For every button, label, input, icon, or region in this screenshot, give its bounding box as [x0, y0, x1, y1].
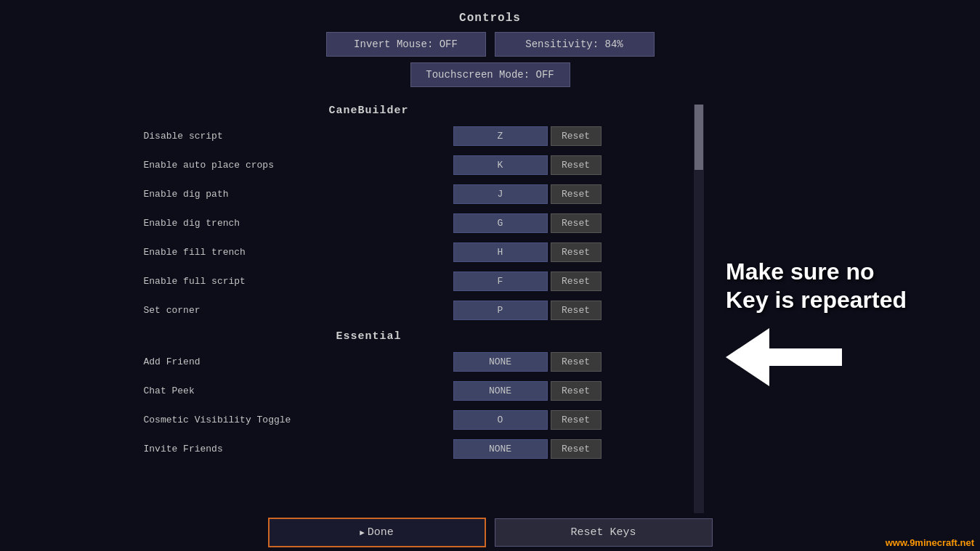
- settings-panel: CaneBuilder Disable scriptZResetEnable a…: [44, 93, 694, 551]
- keybind-label: Enable fill trench: [137, 247, 453, 258]
- content-area: CaneBuilder Disable scriptZResetEnable a…: [44, 93, 936, 551]
- keybind-label: Enable auto place crops: [137, 160, 453, 171]
- keybind-key-button[interactable]: H: [453, 242, 548, 262]
- keybind-key-button[interactable]: NONE: [453, 381, 548, 401]
- keybind-label: Invite Friends: [137, 444, 453, 454]
- keybind-label: Add Friend: [137, 356, 453, 367]
- keybind-key-button[interactable]: Z: [453, 126, 548, 146]
- keybind-label: Set corner: [137, 305, 453, 316]
- keybind-reset-button[interactable]: Reset: [551, 184, 602, 204]
- keybind-reset-button[interactable]: Reset: [551, 272, 602, 291]
- canebuilder-rows: Disable scriptZResetEnable auto place cr…: [137, 123, 602, 326]
- sensitivity-button[interactable]: Sensitivity: 84%: [495, 32, 655, 57]
- keybind-key-button[interactable]: F: [453, 272, 548, 291]
- keybind-key-button[interactable]: K: [453, 155, 548, 175]
- bottom-bar: Done Reset Keys: [0, 513, 980, 551]
- keybind-reset-button[interactable]: Reset: [551, 352, 602, 372]
- keybind-reset-button[interactable]: Reset: [551, 126, 602, 146]
- table-row: Enable dig pathJReset: [137, 181, 602, 207]
- keybind-label: Cosmetic Visibility Toggle: [137, 415, 453, 425]
- side-annotation: Make sure noKey is repearted: [704, 93, 936, 551]
- table-row: Enable dig trenchGReset: [137, 210, 602, 236]
- arrow-head: [726, 328, 769, 386]
- controls-title: Controls: [459, 12, 521, 25]
- keybind-key-button[interactable]: NONE: [453, 439, 548, 459]
- table-row: Enable full scriptFReset: [137, 268, 602, 294]
- touchscreen-button[interactable]: Touchscreen Mode: OFF: [410, 62, 570, 87]
- invert-mouse-button[interactable]: Invert Mouse: OFF: [326, 32, 486, 57]
- arrow-body: [769, 348, 842, 366]
- keybind-key-button[interactable]: J: [453, 184, 548, 204]
- reset-keys-button[interactable]: Reset Keys: [495, 518, 713, 547]
- table-row: Cosmetic Visibility ToggleOReset: [137, 407, 602, 433]
- table-row: Disable scriptZReset: [137, 123, 602, 149]
- keybind-reset-button[interactable]: Reset: [551, 439, 602, 459]
- table-row: Chat PeekNONEReset: [137, 377, 602, 404]
- keybind-key-button[interactable]: P: [453, 301, 548, 320]
- arrow-container: [726, 328, 842, 386]
- keybind-key-button[interactable]: G: [453, 213, 548, 233]
- keybind-label: Chat Peek: [137, 385, 453, 396]
- main-container: Controls Invert Mouse: OFF Sensitivity: …: [0, 0, 980, 551]
- essential-title: Essential: [336, 330, 401, 343]
- canebuilder-title: CaneBuilder: [328, 105, 408, 117]
- keybind-reset-button[interactable]: Reset: [551, 301, 602, 320]
- keybind-label: Enable dig path: [137, 189, 453, 200]
- scrollbar-thumb[interactable]: [694, 105, 703, 170]
- table-row: Set cornerPReset: [137, 297, 602, 323]
- essential-rows: Add FriendNONEResetChat PeekNONEResetCos…: [137, 348, 602, 465]
- keybind-reset-button[interactable]: Reset: [551, 242, 602, 262]
- keybind-label: Enable dig trench: [137, 218, 453, 229]
- touchscreen-row: Touchscreen Mode: OFF: [258, 62, 723, 87]
- keybind-key-button[interactable]: NONE: [453, 352, 548, 372]
- scrollbar[interactable]: [694, 105, 704, 551]
- keybind-label: Enable full script: [137, 276, 453, 287]
- top-controls-row: Invert Mouse: OFF Sensitivity: 84%: [258, 32, 723, 57]
- keybind-label: Disable script: [137, 131, 453, 142]
- table-row: Add FriendNONEReset: [137, 348, 602, 375]
- watermark: www.9minecraft.net: [886, 537, 974, 548]
- keybind-key-button[interactable]: O: [453, 410, 548, 430]
- keybind-reset-button[interactable]: Reset: [551, 213, 602, 233]
- done-button[interactable]: Done: [268, 518, 486, 547]
- table-row: Enable auto place cropsKReset: [137, 152, 602, 178]
- keybind-reset-button[interactable]: Reset: [551, 410, 602, 430]
- annotation-text: Make sure noKey is repearted: [726, 258, 907, 314]
- keybind-reset-button[interactable]: Reset: [551, 381, 602, 401]
- keybind-reset-button[interactable]: Reset: [551, 155, 602, 175]
- table-row: Invite FriendsNONEReset: [137, 436, 602, 462]
- table-row: Enable fill trenchHReset: [137, 239, 602, 265]
